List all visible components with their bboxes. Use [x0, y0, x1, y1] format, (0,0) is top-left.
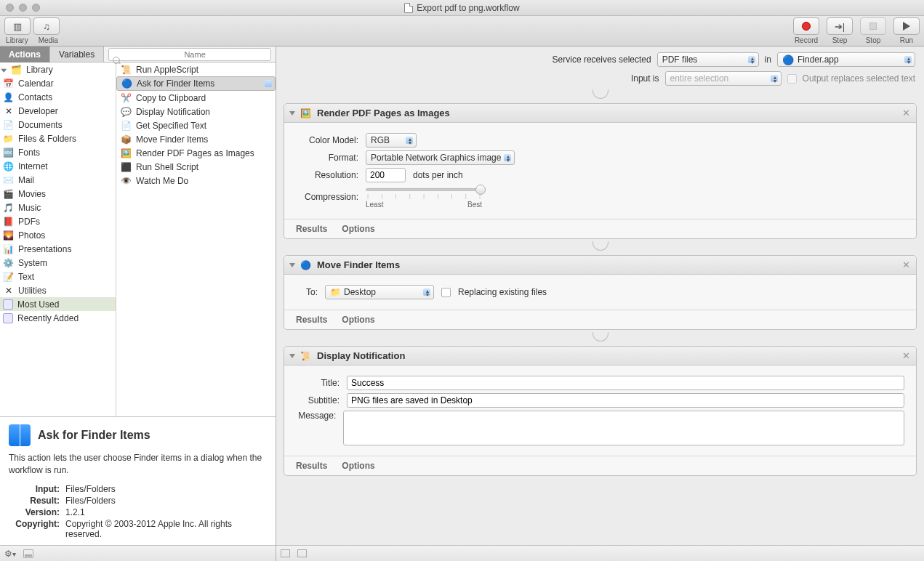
category-item[interactable]: ⚙️System [0, 256, 116, 270]
notification-title-input[interactable] [347, 376, 904, 390]
results-link[interactable]: Results [296, 315, 327, 325]
category-item[interactable]: 🎵Music [0, 201, 116, 214]
category-item[interactable]: 📄Documents [0, 118, 116, 132]
category-item[interactable]: 📝Text [0, 270, 116, 283]
action-item[interactable]: ⬛Run Shell Script [116, 160, 276, 174]
action-item[interactable]: 🔵Ask for Finder Items [116, 76, 276, 91]
step-header[interactable]: 📜 Display Notification ✕ [284, 347, 916, 366]
category-icon: 📁 [3, 133, 14, 144]
action-item[interactable]: 💬Display Notification [116, 105, 276, 118]
category-item[interactable]: 🎬Movies [0, 187, 116, 201]
smart-most-used[interactable]: Most Used [0, 297, 116, 311]
category-item[interactable]: 🌄Photos [0, 228, 116, 242]
category-item[interactable]: 📊Presentations [0, 242, 116, 256]
action-icon: ⬛ [121, 161, 132, 172]
category-icon: ⚙️ [3, 257, 14, 268]
finder-app-icon: 🔵 [782, 55, 794, 65]
category-item[interactable]: 📅Calendar [0, 76, 116, 90]
results-link[interactable]: Results [296, 224, 327, 234]
library-label: Library [6, 36, 28, 44]
library-toggle-button[interactable]: ▥ [4, 17, 31, 35]
smart-recently-added[interactable]: Recently Added [0, 311, 116, 325]
run-label: Run [900, 36, 913, 44]
category-item[interactable]: ✉️Mail [0, 173, 116, 187]
slider-thumb[interactable] [475, 185, 486, 195]
notification-message-input[interactable] [343, 411, 904, 445]
category-item[interactable]: ✕Developer [0, 104, 116, 118]
category-icon: 📄 [3, 119, 14, 130]
view-icon-2[interactable] [297, 549, 307, 557]
chevron-down-icon[interactable] [289, 263, 295, 267]
category-item[interactable]: 📕PDFs [0, 214, 116, 228]
color-model-select[interactable]: RGB▴▾ [366, 133, 417, 148]
connector [276, 333, 924, 343]
view-icon[interactable] [281, 549, 290, 557]
media-icon: ♫ [43, 21, 50, 32]
step-header[interactable]: 🖼️ Render PDF Pages as Images ✕ [284, 104, 916, 123]
close-icon[interactable]: ✕ [902, 259, 910, 270]
category-item[interactable]: 🌐Internet [0, 159, 116, 173]
resolution-input[interactable] [366, 168, 406, 182]
finder-app-icon: 🔵 [300, 260, 311, 270]
folder-icon: 📁 [330, 287, 341, 297]
destination-select[interactable]: 📁Desktop▴▾ [325, 285, 434, 299]
options-link[interactable]: Options [342, 315, 374, 325]
output-replaces-checkbox[interactable] [787, 74, 797, 84]
action-list[interactable]: 📜Run AppleScript🔵Ask for Finder Items✂️C… [116, 62, 276, 416]
replace-files-checkbox[interactable] [441, 288, 451, 297]
library-tabs: Actions Variables [0, 47, 276, 62]
category-icon: 📊 [3, 243, 14, 254]
action-item[interactable]: 👁️Watch Me Do [116, 174, 276, 187]
close-icon[interactable]: ✕ [902, 350, 910, 361]
action-item[interactable]: 📦Move Finder Items [116, 132, 276, 146]
action-icon: 🖼️ [121, 148, 132, 158]
action-item[interactable]: 📜Run AppleScript [116, 62, 276, 76]
category-item[interactable]: ✕Utilities [0, 283, 116, 297]
media-label: Media [39, 36, 58, 44]
action-item[interactable]: 🖼️Render PDF Pages as Images [116, 146, 276, 160]
tab-variables[interactable]: Variables [50, 47, 104, 62]
play-icon [903, 22, 910, 31]
category-icon: 🌐 [3, 161, 14, 171]
window-title: Export pdf to png.workflow [0, 3, 924, 13]
category-item[interactable]: 👤Contacts [0, 90, 116, 104]
action-item[interactable]: ✂️Copy to Clipboard [116, 91, 276, 105]
gear-icon[interactable]: ⚙︎▾ [4, 549, 16, 559]
stop-icon [869, 23, 877, 30]
category-icon: ✉️ [3, 174, 14, 185]
media-toggle-button[interactable]: ♫ [33, 17, 60, 35]
app-select[interactable]: 🔵Finder.app▴▾ [777, 52, 915, 67]
chevron-down-icon[interactable] [289, 354, 295, 358]
run-button[interactable] [893, 17, 920, 35]
tab-actions[interactable]: Actions [0, 47, 50, 62]
stop-button[interactable] [860, 17, 886, 35]
action-item[interactable]: 📄Get Specified Text [116, 118, 276, 132]
results-link[interactable]: Results [296, 461, 327, 471]
record-icon [802, 22, 811, 31]
record-button[interactable] [793, 17, 819, 35]
chevron-down-icon[interactable] [289, 111, 295, 116]
connector [276, 242, 924, 252]
options-link[interactable]: Options [342, 224, 374, 234]
toggle-desc-icon[interactable] [23, 549, 33, 558]
compression-slider[interactable]: ||||||||| LeastBest [366, 185, 482, 209]
category-item[interactable]: 🔤Fonts [0, 145, 116, 159]
smart-folder-icon [3, 299, 13, 310]
category-icon: 📅 [3, 78, 14, 89]
options-link[interactable]: Options [342, 461, 374, 471]
format-select[interactable]: Portable Network Graphics image▴▾ [366, 150, 515, 165]
notification-subtitle-input[interactable] [347, 393, 904, 408]
category-icon: ✕ [3, 105, 14, 116]
step-header[interactable]: 🔵 Move Finder Items ✕ [284, 256, 916, 275]
step-button[interactable]: ➔| [827, 17, 853, 35]
search-input[interactable] [108, 48, 271, 61]
disclose-icon[interactable] [1, 68, 7, 72]
category-icon: 🎬 [3, 188, 14, 199]
receives-select[interactable]: PDF files▴▾ [657, 52, 759, 67]
action-description: Ask for Finder Items This action lets th… [0, 416, 276, 545]
category-item[interactable]: 📁Files & Folders [0, 132, 116, 145]
close-icon[interactable]: ✕ [902, 108, 910, 118]
category-library[interactable]: 🗂️Library [0, 62, 116, 76]
category-list[interactable]: 🗂️Library 📅Calendar👤Contacts✕Developer📄D… [0, 62, 116, 416]
step-icon: ➔| [835, 21, 845, 32]
